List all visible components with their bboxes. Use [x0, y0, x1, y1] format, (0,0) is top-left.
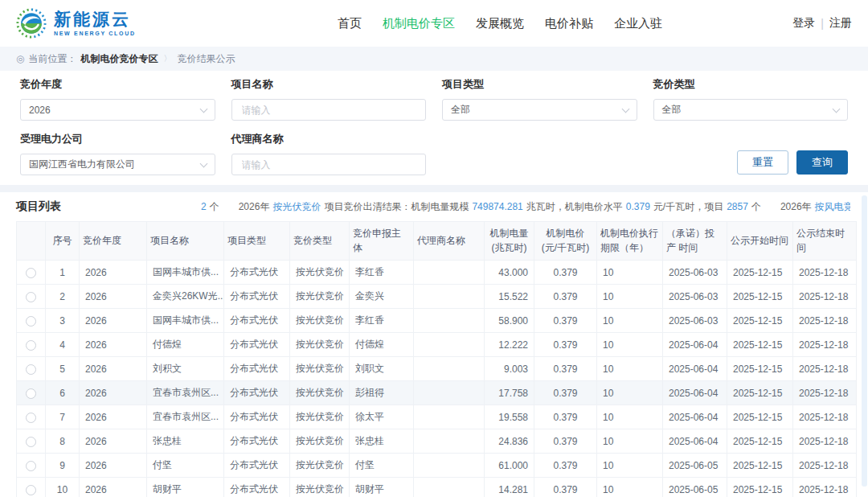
filter-panel: 竞价年度 2026 项目名称 项目类型 全部 竞价类型 全部	[0, 71, 868, 185]
row-select-radio[interactable]	[26, 340, 36, 351]
breadcrumb-prefix: 当前位置：	[28, 52, 76, 66]
field-project-type: 项目类型 全部	[442, 72, 637, 121]
cell-term: 10	[597, 285, 663, 309]
new-energy-cloud-icon	[16, 8, 47, 39]
project-name-input[interactable]	[240, 104, 418, 117]
cell-agent	[414, 478, 485, 497]
cell-name: 国网丰城市供...	[147, 309, 224, 333]
cell-name: 胡财平	[147, 478, 224, 497]
cell-btype: 按光伏竞价	[290, 478, 350, 497]
table-row[interactable]: 102026胡财平分布式光伏按光伏竞价胡财平14.2810.379102025-…	[17, 478, 857, 497]
cell-prod: 2025-06-04	[663, 429, 727, 454]
cell-term: 10	[597, 309, 663, 333]
table-row[interactable]: 12026国网丰城市供...分布式光伏按光伏竞价李红香43.0000.37910…	[17, 261, 857, 285]
column-header-price: 机制电价 (元/千瓦时)	[534, 222, 597, 261]
chevron-down-icon	[199, 159, 207, 167]
row-select-radio[interactable]	[26, 388, 36, 399]
cell-seq: 5	[46, 357, 80, 381]
cell-btype: 按光伏竞价	[290, 357, 350, 381]
cell-agent	[414, 381, 485, 405]
cell-applicant: 金奕兴	[350, 285, 414, 309]
cell-agent	[414, 333, 485, 357]
breadcrumb-section[interactable]: 机制电价竞价专区	[80, 52, 158, 66]
brand-name-en: NEW ENERGY CLOUD	[54, 31, 136, 36]
ticker-solar-text2: 兆瓦时，机制电价水平	[526, 201, 623, 212]
field-bid-type: 竞价类型 全部	[653, 72, 849, 121]
register-link[interactable]: 注册	[829, 16, 852, 31]
cell-pub_end: 2025-12-18	[793, 333, 857, 357]
cell-applicant: 徐太平	[350, 405, 414, 429]
query-button[interactable]: 查询	[796, 150, 848, 175]
auth-divider: |	[821, 17, 824, 30]
project-type-value: 全部	[451, 103, 470, 117]
table-row[interactable]: 52026刘积文分布式光伏按光伏竞价刘职文9.0030.379102025-06…	[17, 357, 857, 381]
ticker-energy-scale: 749874.281	[472, 201, 522, 212]
cell-prod: 2025-06-03	[663, 261, 727, 285]
cell-seq: 9	[46, 454, 80, 478]
section-divider	[0, 185, 868, 192]
cell-price: 0.379	[534, 478, 597, 497]
cell-pub_start: 2025-12-15	[727, 333, 793, 357]
row-select-radio[interactable]	[26, 364, 36, 375]
table-row[interactable]: 72026宜春市袁州区...分布式光伏按光伏竞价徐太平19.5580.37910…	[17, 405, 857, 429]
table-row[interactable]: 62026宜春市袁州区...分布式光伏按光伏竞价彭祖得17.7580.37910…	[17, 381, 857, 405]
cell-name: 宜春市袁州区...	[147, 381, 224, 405]
cell-seq: 4	[46, 333, 80, 357]
row-select-radio[interactable]	[26, 413, 36, 423]
wind-bid-link[interactable]: 按风电竞价	[815, 201, 850, 212]
cell-pub_start: 2025-12-15	[727, 381, 793, 405]
nav-item-price-subsidy[interactable]: 电价补贴	[545, 16, 593, 31]
nav-item-enterprise-entry[interactable]: 企业入驻	[614, 16, 662, 31]
cell-year: 2026	[80, 429, 147, 454]
agent-name-control	[231, 154, 427, 175]
nav-item-development-overview[interactable]: 发展概览	[476, 16, 524, 31]
row-select-radio[interactable]	[26, 437, 36, 447]
cell-pub_end: 2025-12-18	[793, 309, 857, 333]
row-select-radio[interactable]	[26, 461, 36, 471]
cell-pub_end: 2025-12-18	[793, 261, 857, 285]
cell-btype: 按光伏竞价	[290, 309, 350, 333]
login-link[interactable]: 登录	[792, 16, 815, 31]
cell-term: 10	[597, 333, 663, 357]
cell-pub_end: 2025-12-18	[793, 381, 857, 405]
bid-type-value: 全部	[662, 103, 682, 117]
cell-seq: 7	[46, 405, 80, 429]
brand-name: 新能源云 NEW ENERGY CLOUD	[54, 10, 136, 36]
table-row[interactable]: 32026国网丰城市供...分布式光伏按光伏竞价李红香58.9000.37910…	[17, 309, 857, 333]
bid-type-select[interactable]: 全部	[653, 99, 849, 121]
cell-name: 付坚	[147, 454, 224, 478]
cell-prod: 2025-06-03	[663, 285, 727, 309]
cell-ptype: 分布式光伏	[224, 309, 290, 333]
brand-logo[interactable]: 新能源云 NEW ENERGY CLOUD	[16, 8, 136, 39]
field-bid-year: 竞价年度 2026	[20, 72, 215, 121]
cell-seq: 8	[46, 429, 80, 454]
bid-year-select[interactable]: 2026	[20, 99, 215, 121]
row-select-radio[interactable]	[26, 316, 36, 327]
column-header-pub_start: 公示开始时间	[727, 222, 793, 261]
table-row[interactable]: 42026付德煌分布式光伏按光伏竞价付德煌12.2220.379102025-0…	[17, 333, 857, 357]
table-row[interactable]: 92026付坚分布式光伏按光伏竞价付坚61.0000.379102025-06-…	[17, 454, 857, 478]
cell-year: 2026	[80, 454, 147, 478]
reset-button[interactable]: 重置	[737, 150, 788, 175]
cell-applicant: 付德煌	[350, 333, 414, 357]
row-select-radio[interactable]	[26, 485, 36, 495]
row-select-radio[interactable]	[26, 292, 36, 302]
row-select-radio[interactable]	[26, 268, 36, 278]
cell-applicant: 李红香	[350, 309, 414, 333]
nav-item-home[interactable]: 首页	[338, 16, 362, 31]
cell-price: 0.379	[534, 429, 597, 454]
solar-bid-link[interactable]: 按光伏竞价	[272, 201, 321, 212]
project-type-select[interactable]: 全部	[442, 99, 637, 121]
chevron-down-icon	[199, 105, 207, 113]
cell-energy: 61.000	[485, 454, 534, 478]
cell-term: 10	[597, 381, 663, 405]
table-row[interactable]: 82026张忠桂分布式光伏按光伏竞价张忠桂24.8360.379102025-0…	[17, 429, 857, 454]
agent-name-input[interactable]	[240, 158, 418, 171]
cell-price: 0.379	[534, 454, 597, 478]
table-row[interactable]: 22026金奕兴26KW光...分布式光伏按光伏竞价金奕兴15.5220.379…	[17, 285, 857, 309]
cell-energy: 15.522	[485, 285, 534, 309]
page-scrollbar[interactable]	[862, 195, 867, 487]
nav-item-mechanism-price-zone[interactable]: 机制电价专区	[383, 16, 455, 31]
power-company-select[interactable]: 国网江西省电力有限公司	[20, 154, 215, 175]
clearing-result-ticker: 2个2026年按光伏竞价项目竞价出清结果：机制电量规模749874.281兆瓦时…	[201, 200, 850, 214]
